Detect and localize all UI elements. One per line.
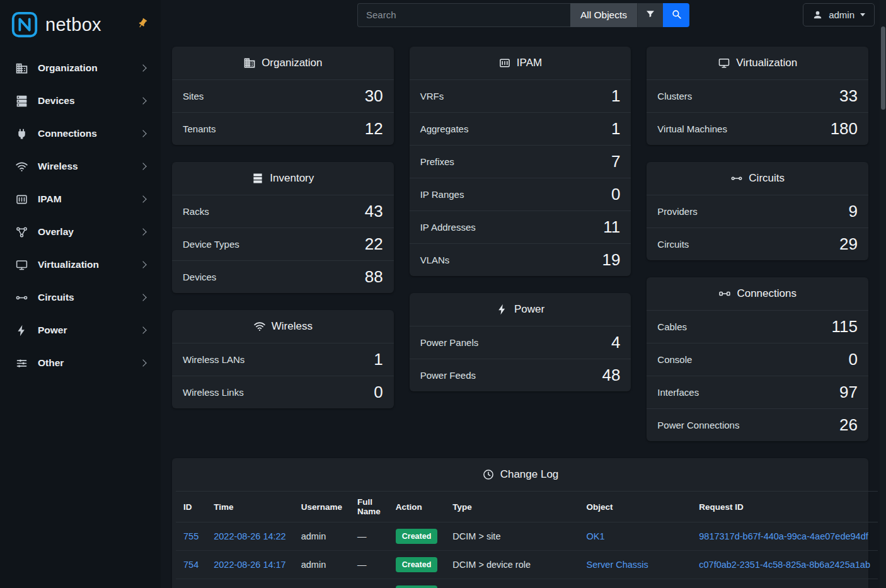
filter-button[interactable] [637, 3, 663, 27]
col-header-id: ID [176, 492, 206, 522]
sidebar-item-devices[interactable]: Devices [0, 84, 161, 117]
sidebar-item-connections[interactable]: Connections [0, 117, 161, 150]
sidebar-item-overlay[interactable]: Overlay [0, 216, 161, 248]
stat-value[interactable]: 22 [365, 234, 383, 254]
search-input[interactable] [357, 3, 570, 27]
card-title: Power [514, 303, 544, 316]
inventory-card: Inventory Racks 43 Device Types 22 Devic… [172, 162, 394, 293]
sidebar-item-label: Organization [38, 62, 141, 74]
stat-label: Interfaces [657, 387, 699, 398]
stat-value[interactable]: 26 [839, 415, 858, 435]
building-icon [243, 57, 256, 69]
sidebar-item-power[interactable]: Power [0, 314, 161, 347]
stat-label: Power Feeds [420, 370, 476, 381]
stat-label: Wireless Links [183, 387, 244, 398]
stat-row: Providers 9 [647, 195, 868, 228]
user-label: admin [829, 9, 854, 20]
virtualization-card: Virtualization Clusters 33 Virtual Machi… [647, 47, 868, 145]
change-object-link[interactable]: OK1 [587, 531, 605, 541]
user-menu-button[interactable]: admin [803, 3, 875, 26]
counter-icon [498, 57, 511, 69]
stat-row: Device Types 22 [172, 228, 394, 260]
stat-value[interactable]: 0 [374, 383, 383, 402]
search-scope-button[interactable]: All Objects [570, 3, 637, 27]
sidebar-item-virtualization[interactable]: Virtualization [0, 248, 161, 281]
sidebar-item-other[interactable]: Other [0, 347, 161, 379]
changelog-card: Change Log ID Time Username Full Name [172, 458, 868, 588]
scrollbar-thumb[interactable] [881, 26, 885, 110]
sidebar-item-ipam[interactable]: IPAM [0, 183, 161, 216]
pin-icon[interactable] [137, 18, 148, 29]
changelog-table: ID Time Username Full Name Action Type O… [176, 491, 878, 588]
scrollbar[interactable] [880, 0, 886, 588]
connections-card: Connections Cables 115 Console 0 Interfa… [647, 277, 868, 441]
stat-row: Cables 115 [647, 310, 868, 343]
stat-row: Aggregates 1 [410, 112, 631, 145]
clock-icon [482, 468, 495, 481]
netbox-logo-icon[interactable] [10, 10, 39, 39]
stat-label: Circuits [657, 239, 689, 250]
brand-name[interactable]: netbox [45, 14, 101, 35]
dashboard-grid: Organization Sites 30 Tenants 12 Invento… [172, 47, 868, 441]
sidebar-nav: Organization Devices Connections Wireles… [0, 49, 161, 379]
stat-row: Console 0 [647, 343, 868, 376]
stat-value[interactable]: 33 [839, 86, 858, 106]
stat-value[interactable]: 30 [365, 86, 383, 106]
transit-icon [15, 291, 28, 304]
stat-value[interactable]: 29 [839, 234, 858, 254]
change-request-id-link[interactable]: c07f0ab2-2351-4c58-825a-8b6a2425a1ab [699, 560, 870, 570]
sidebar-item-label: Other [38, 357, 141, 369]
change-object-link[interactable]: Server Chassis [587, 560, 648, 570]
chevron-right-icon [139, 64, 146, 71]
stat-value[interactable]: 1 [374, 350, 383, 369]
search-button[interactable] [663, 3, 689, 27]
stat-value[interactable]: 1 [611, 119, 620, 139]
change-id-link[interactable]: 755 [183, 531, 198, 541]
stat-row: Interfaces 97 [647, 376, 868, 408]
change-time-link[interactable]: 2022-08-26 14:17 [214, 560, 286, 570]
card-header: IPAM [410, 47, 631, 79]
stat-label: Virtual Machines [657, 124, 727, 134]
server-icon [15, 95, 28, 108]
card-title: Connections [737, 287, 797, 300]
ipam-card: IPAM VRFs 1 Aggregates 1 Prefixes 7 [410, 47, 631, 276]
stat-row: Clusters 33 [647, 79, 868, 112]
sidebar-item-label: IPAM [38, 193, 141, 205]
network-graph-icon [15, 226, 28, 239]
filter-icon [645, 9, 655, 21]
stat-value[interactable]: 0 [611, 185, 620, 204]
change-id-link[interactable]: 754 [183, 560, 198, 570]
stat-value[interactable]: 19 [602, 250, 620, 270]
sidebar-item-circuits[interactable]: Circuits [0, 281, 161, 314]
wireless-card: Wireless Wireless LANs 1 Wireless Links … [172, 310, 394, 408]
stat-label: Prefixes [420, 156, 454, 167]
stat-value[interactable]: 97 [839, 383, 858, 402]
sidebar-item-organization[interactable]: Organization [0, 52, 161, 84]
sidebar-item-label: Power [38, 325, 141, 336]
stat-row: Wireless LANs 1 [172, 343, 394, 376]
stat-value[interactable]: 11 [603, 217, 620, 237]
stat-value[interactable]: 7 [611, 152, 620, 171]
stat-value[interactable]: 1 [611, 86, 620, 106]
change-request-id-link[interactable]: 9817317d-b67f-440a-99ca-4ae07ede94df [699, 531, 868, 541]
stat-value[interactable]: 88 [365, 267, 383, 287]
stat-value[interactable]: 115 [832, 317, 858, 337]
sidebar-item-wireless[interactable]: Wireless [0, 150, 161, 183]
stat-value[interactable]: 4 [611, 333, 620, 352]
stat-label: Sites [183, 91, 204, 101]
stat-value[interactable]: 9 [849, 202, 858, 221]
stat-label: Aggregates [420, 124, 469, 134]
topbar: All Objects admin [161, 0, 886, 30]
cable-icon [718, 287, 731, 300]
col-header-time: Time [206, 492, 294, 522]
change-type: DCIM > site [445, 522, 578, 551]
chevron-right-icon [139, 326, 146, 333]
stat-value[interactable]: 43 [365, 202, 383, 221]
wifi-icon [15, 160, 28, 173]
stat-value[interactable]: 180 [831, 119, 858, 139]
changelog-table-wrap: ID Time Username Full Name Action Type O… [172, 491, 868, 588]
stat-value[interactable]: 0 [849, 350, 858, 369]
stat-value[interactable]: 12 [365, 119, 383, 139]
change-time-link[interactable]: 2022-08-26 14:22 [214, 531, 286, 541]
stat-value[interactable]: 48 [602, 366, 620, 385]
